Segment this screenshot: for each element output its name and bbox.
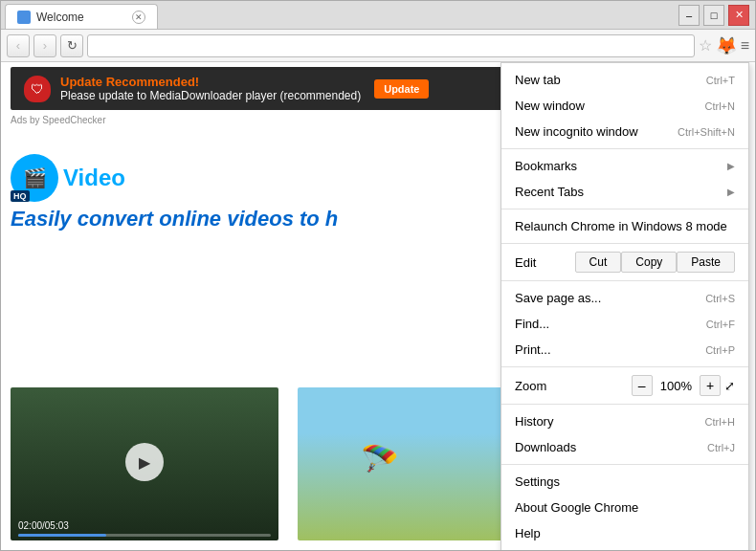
- menu-item-settings[interactable]: Settings: [501, 469, 748, 495]
- zoom-value: 100%: [653, 379, 700, 393]
- malware-title: Update Recommended!: [60, 75, 361, 89]
- menu-section-edit: Edit Cut Copy Paste: [501, 244, 748, 281]
- malware-update-button[interactable]: Update: [374, 79, 429, 99]
- cut-button[interactable]: Cut: [575, 252, 622, 273]
- hq-video-icon: 🎬 HQ: [11, 154, 58, 202]
- menu-item-find[interactable]: Find... Ctrl+F: [501, 311, 748, 337]
- menu-section-savefindprint: Save page as... Ctrl+S Find... Ctrl+F Pr…: [501, 281, 748, 367]
- tab-bar: Welcome ✕: [1, 1, 673, 29]
- malware-banner-content: Update Recommended! Please update to Med…: [60, 75, 361, 102]
- menu-item-downloads[interactable]: Downloads Ctrl+J: [501, 434, 748, 460]
- menu-item-recent-tabs[interactable]: Recent Tabs ▶: [501, 179, 748, 205]
- zoom-plus-button[interactable]: +: [700, 375, 721, 396]
- close-button[interactable]: ✕: [728, 5, 749, 26]
- back-button[interactable]: ‹: [7, 34, 30, 57]
- menu-section-history: History Ctrl+H Downloads Ctrl+J: [501, 405, 748, 465]
- menu-item-bookmarks[interactable]: Bookmarks ▶: [501, 153, 748, 179]
- tab-favicon: [17, 11, 31, 24]
- hq-video-label: Video: [63, 165, 125, 191]
- malware-banner: 🛡 Update Recommended! Please update to M…: [11, 67, 508, 110]
- edit-row: Edit Cut Copy Paste: [501, 248, 748, 276]
- menu-item-new-window[interactable]: New window Ctrl+N: [501, 93, 748, 119]
- tab-close-button[interactable]: ✕: [132, 11, 145, 24]
- menu-item-help[interactable]: Help: [501, 520, 748, 546]
- refresh-button[interactable]: ↻: [60, 34, 83, 57]
- menu-item-about-chrome[interactable]: About Google Chrome: [501, 495, 748, 520]
- title-bar: Welcome ✕ – □ ✕: [1, 1, 755, 30]
- video-progress-fill: [18, 534, 106, 537]
- address-input[interactable]: [87, 34, 695, 57]
- active-tab[interactable]: Welcome ✕: [5, 4, 158, 29]
- video-play-button[interactable]: ▶: [125, 443, 164, 481]
- hanglider-bg: [298, 387, 508, 540]
- menu-item-history[interactable]: History Ctrl+H: [501, 408, 748, 434]
- chrome-main-menu: New tab Ctrl+T New window Ctrl+N New inc…: [500, 62, 749, 550]
- zoom-row: Zoom – 100% + ⤢: [501, 371, 748, 400]
- browser-window: Welcome ✕ – □ ✕ ‹ › ↻ ☆ 🦊 ≡ 🛡 Up: [0, 0, 756, 551]
- menu-item-relaunch[interactable]: Relaunch Chrome in Windows 8 mode: [501, 213, 748, 239]
- hanglider-thumbnail: 🪂: [298, 387, 508, 540]
- bookmark-star-icon[interactable]: ☆: [699, 36, 712, 55]
- malware-text: Please update to MediaDownloader player …: [60, 89, 361, 102]
- ads-label: Ads by SpeedChecker: [11, 115, 338, 125]
- menu-section-new: New tab Ctrl+T New window Ctrl+N New inc…: [501, 63, 748, 149]
- menu-item-print[interactable]: Print... Ctrl+P: [501, 337, 748, 363]
- menu-item-save-page[interactable]: Save page as... Ctrl+S: [501, 285, 748, 311]
- hq-badge: HQ: [11, 190, 30, 202]
- video-timestamp: 02:00/05:03: [18, 520, 69, 531]
- menu-section-relaunch: Relaunch Chrome in Windows 8 mode: [501, 209, 748, 244]
- extensions-icon[interactable]: 🦊: [716, 35, 737, 56]
- minimize-button[interactable]: –: [678, 5, 700, 26]
- tab-title: Welcome: [36, 11, 126, 24]
- menu-section-bookmarks: Bookmarks ▶ Recent Tabs ▶: [501, 149, 748, 209]
- zoom-minus-button[interactable]: –: [632, 375, 653, 396]
- video-progress-bar[interactable]: [18, 534, 271, 537]
- hq-logo: 🎬 HQ Video: [11, 154, 338, 202]
- address-bar: ‹ › ↻ ☆ 🦊 ≡: [1, 30, 755, 62]
- hanglider-icon: 🪂: [361, 441, 399, 477]
- menu-item-new-incognito[interactable]: New incognito window Ctrl+Shift+N: [501, 119, 748, 144]
- forward-button[interactable]: ›: [33, 34, 56, 57]
- address-bar-right: ☆ 🦊 ≡: [699, 35, 749, 56]
- shield-icon: 🛡: [24, 76, 51, 102]
- paste-button[interactable]: Paste: [677, 252, 735, 273]
- page-body: Ads by SpeedChecker 🎬 HQ Video Easily co…: [11, 115, 338, 231]
- page-tagline: Easily convert online videos to h: [11, 207, 338, 231]
- menu-section-zoom: Zoom – 100% + ⤢: [501, 367, 748, 405]
- page-content: 🛡 Update Recommended! Please update to M…: [1, 62, 755, 550]
- zoom-expand-button[interactable]: ⤢: [724, 379, 735, 393]
- maximize-button[interactable]: □: [703, 5, 724, 26]
- menu-section-settings: Settings About Google Chrome Help: [501, 465, 748, 550]
- copy-button[interactable]: Copy: [621, 252, 677, 273]
- chrome-menu-icon[interactable]: ≡: [741, 37, 749, 55]
- window-controls: – □ ✕: [673, 1, 755, 29]
- menu-item-new-tab[interactable]: New tab Ctrl+T: [501, 67, 748, 93]
- video-player[interactable]: ▶ 02:00/05:03: [11, 387, 278, 540]
